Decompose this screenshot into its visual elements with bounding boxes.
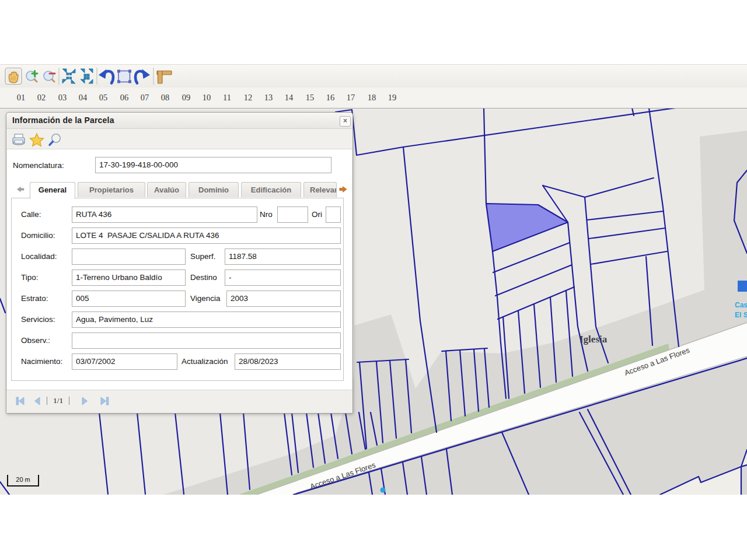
svg-text:Cas: Cas	[735, 301, 747, 309]
svg-text:El S: El S	[735, 311, 747, 319]
svg-text:Iglesia: Iglesia	[580, 334, 608, 345]
